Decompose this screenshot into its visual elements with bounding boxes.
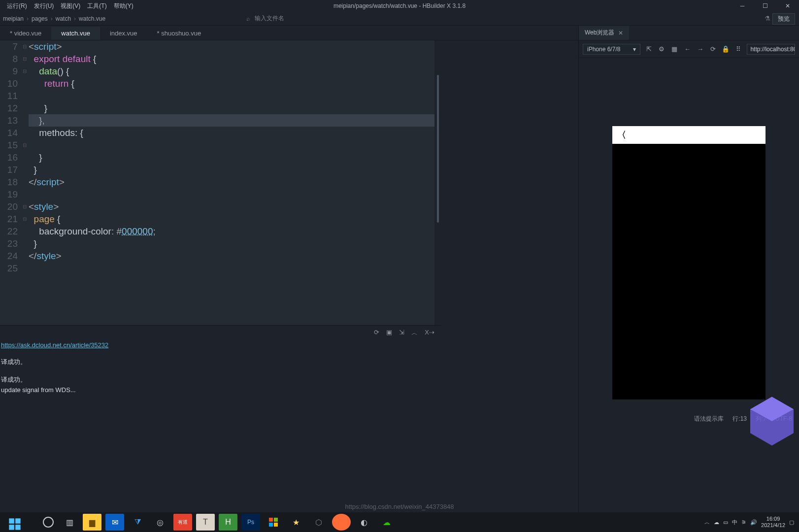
status-line: 行:13 bbox=[732, 415, 747, 423]
task-snip[interactable] bbox=[264, 514, 283, 531]
task-explorer[interactable]: ▆ bbox=[83, 514, 101, 531]
gear-icon[interactable]: ⚙ bbox=[657, 45, 666, 53]
line-number-gutter: 78910111213141516171819202122232425 bbox=[0, 40, 21, 325]
console-panel: ⟳ ▣ ⇲ ︿ X⇢ https://ask.dcloud.net.cn/art… bbox=[0, 325, 441, 422]
console-line: 译成功。 bbox=[0, 374, 441, 385]
system-tray: ︿ ☁ ▭ 中 ⚞ 🔊 16:092021/4/12 ▢ bbox=[704, 512, 794, 532]
chevron-down-icon: ▾ bbox=[633, 46, 636, 53]
ide-status-bar: 语法提示库 行:13 列:7 UTF-8 bbox=[671, 413, 799, 425]
task-youdao[interactable]: 有道 bbox=[173, 514, 192, 531]
qr-icon[interactable]: ⠿ bbox=[734, 45, 743, 53]
refresh-icon[interactable]: ⟳ bbox=[708, 45, 717, 53]
export-icon[interactable]: ⇱ bbox=[644, 45, 653, 53]
menu-view[interactable]: 视图(V) bbox=[58, 1, 83, 11]
browser-tab-close-icon[interactable]: ✕ bbox=[618, 30, 623, 36]
task-vscode[interactable]: ⧩ bbox=[128, 514, 147, 531]
minimize-button[interactable]: ─ bbox=[731, 0, 754, 12]
sub-toolbar: meipian› pages› watch› watch.vue ⌕ 输入文件名… bbox=[0, 12, 799, 26]
tray-cloud-icon[interactable]: ☁ bbox=[714, 519, 719, 526]
menu-help[interactable]: 帮助(Y) bbox=[111, 1, 136, 11]
svg-rect-4 bbox=[9, 525, 14, 530]
menu-tool[interactable]: 工具(T) bbox=[84, 1, 109, 11]
screenshot-icon[interactable]: ▦ bbox=[670, 45, 679, 53]
browser-tabbar: Web浏览器 ✕ bbox=[579, 26, 799, 40]
breadcrumb: meipian› pages› watch› watch.vue bbox=[3, 15, 105, 22]
browser-toolbar: iPhone 6/7/8 ▾ ⇱ ⚙ ▦ ← → ⟳ 🔒 ⠿ http://lo… bbox=[579, 40, 799, 58]
console-link[interactable]: https://ask.dcloud.net.cn/article/35232 bbox=[1, 341, 108, 349]
console-stop-icon[interactable]: ▣ bbox=[386, 329, 392, 337]
menu-release[interactable]: 发行(U) bbox=[31, 1, 57, 11]
menu-run[interactable]: 运行(R) bbox=[4, 1, 30, 11]
tray-chevron-up-icon[interactable]: ︿ bbox=[704, 519, 710, 526]
console-toolbar: ⟳ ▣ ⇲ ︿ X⇢ bbox=[374, 329, 434, 337]
svg-rect-2 bbox=[9, 518, 14, 524]
svg-rect-8 bbox=[269, 523, 273, 527]
status-col: 列:7 bbox=[756, 415, 766, 423]
device-selector[interactable]: iPhone 6/7/8 ▾ bbox=[583, 44, 640, 55]
console-line: update signal from WDS... bbox=[0, 385, 441, 395]
current-line-highlight bbox=[29, 114, 434, 127]
svg-rect-9 bbox=[274, 523, 278, 527]
search-icon: ⌕ bbox=[246, 15, 250, 22]
window-controls: ─ ☐ ✕ bbox=[731, 0, 799, 12]
task-mail[interactable]: ✉ bbox=[105, 514, 124, 531]
minimap-scrollbar[interactable] bbox=[434, 40, 441, 325]
console-collapse-icon[interactable]: ︿ bbox=[411, 329, 418, 337]
nav-forward-icon[interactable]: → bbox=[696, 45, 704, 53]
tray-clock[interactable]: 16:092021/4/12 bbox=[761, 516, 785, 529]
web-browser-panel: Web浏览器 ✕ iPhone 6/7/8 ▾ ⇱ ⚙ ▦ ← → ⟳ 🔒 ⠿ … bbox=[578, 26, 799, 532]
close-button[interactable]: ✕ bbox=[776, 0, 799, 12]
crumb-2[interactable]: watch bbox=[56, 15, 71, 22]
task-app1[interactable]: ★ bbox=[287, 514, 305, 531]
code-area[interactable]: <script> export default { data() { retur… bbox=[29, 40, 441, 325]
task-postman[interactable] bbox=[332, 514, 351, 531]
menu-bar: 运行(R) 发行(U) 视图(V) 工具(T) 帮助(Y) bbox=[0, 1, 136, 11]
browser-tab-title: Web浏览器 bbox=[585, 29, 614, 37]
tray-notifications-icon[interactable]: ▢ bbox=[789, 519, 794, 526]
tray-wifi-icon[interactable]: ⚞ bbox=[741, 519, 746, 526]
tab-watch[interactable]: watch.vue bbox=[51, 27, 100, 40]
task-app2[interactable]: ⬡ bbox=[309, 514, 328, 531]
preview-button[interactable]: 预览 bbox=[772, 13, 795, 25]
svg-rect-3 bbox=[15, 518, 20, 524]
task-view[interactable]: ▥ bbox=[60, 514, 79, 531]
console-restart-icon[interactable]: ⟳ bbox=[374, 329, 379, 337]
task-generic-t[interactable]: T bbox=[196, 514, 215, 531]
crumb-1[interactable]: pages bbox=[32, 15, 48, 22]
task-search[interactable] bbox=[37, 514, 56, 531]
file-search[interactable]: ⌕ 输入文件名 bbox=[246, 14, 284, 23]
back-icon[interactable]: 〈 bbox=[617, 129, 626, 141]
phone-preview: 〈 bbox=[612, 126, 766, 399]
crumb-3[interactable]: watch.vue bbox=[79, 15, 105, 22]
start-button[interactable] bbox=[8, 517, 22, 531]
task-wechat[interactable]: ☁ bbox=[377, 514, 396, 531]
status-syntax[interactable]: 语法提示库 bbox=[694, 415, 724, 423]
task-app3[interactable]: ◐ bbox=[355, 514, 373, 531]
task-photoshop[interactable]: Ps bbox=[241, 514, 260, 531]
code-editor[interactable]: 78910111213141516171819202122232425 ⊟⊟⊟⊟… bbox=[0, 40, 441, 325]
console-export-icon[interactable]: ⇲ bbox=[399, 329, 404, 337]
console-close-icon[interactable]: X⇢ bbox=[425, 329, 434, 337]
filter-icon[interactable]: ⚗ bbox=[765, 15, 770, 22]
tab-video[interactable]: * video.vue bbox=[0, 27, 51, 40]
tray-battery-icon[interactable]: ▭ bbox=[723, 519, 728, 526]
url-input[interactable]: http://localhost:8080/#/p bbox=[747, 44, 795, 55]
task-hbuilder[interactable]: H bbox=[219, 514, 237, 531]
tray-volume-icon[interactable]: 🔊 bbox=[750, 519, 757, 526]
lock-icon[interactable]: 🔒 bbox=[721, 45, 730, 53]
console-line: 译成功。 bbox=[0, 357, 441, 367]
status-encoding[interactable]: UTF-8 bbox=[775, 415, 792, 422]
search-placeholder: 输入文件名 bbox=[255, 14, 284, 23]
tray-ime[interactable]: 中 bbox=[732, 519, 737, 526]
browser-tab[interactable]: Web浏览器 ✕ bbox=[579, 26, 629, 40]
nav-back-icon[interactable]: ← bbox=[683, 45, 692, 53]
app-title: meipian/pages/watch/watch.vue - HBuilder… bbox=[333, 2, 466, 9]
crumb-0[interactable]: meipian bbox=[3, 15, 24, 22]
phone-navbar: 〈 bbox=[612, 126, 766, 144]
task-chrome[interactable]: ◎ bbox=[151, 514, 169, 531]
tab-shuoshuo[interactable]: * shuoshuo.vue bbox=[147, 27, 211, 40]
tab-index[interactable]: index.vue bbox=[100, 27, 147, 40]
svg-rect-6 bbox=[269, 518, 273, 522]
maximize-button[interactable]: ☐ bbox=[754, 0, 776, 12]
fold-gutter: ⊟⊟⊟⊟⊟⊟ bbox=[21, 40, 29, 325]
